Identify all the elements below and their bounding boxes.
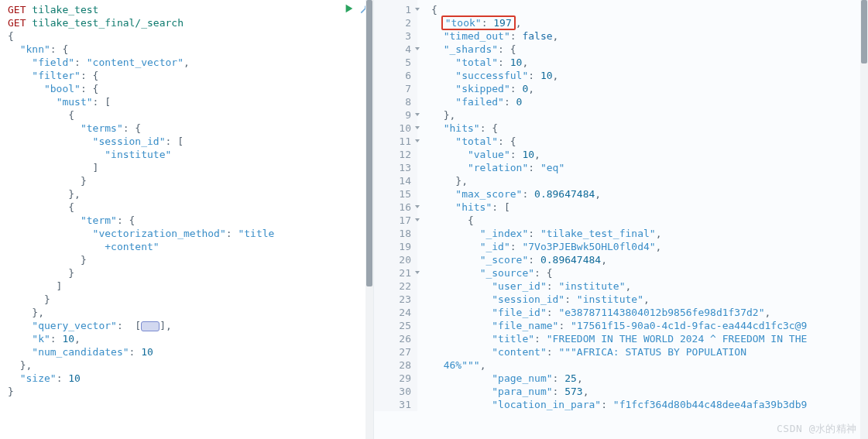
line-number[interactable]: 24 <box>374 306 411 319</box>
code-line[interactable]: "bool": { <box>8 82 373 95</box>
code-line[interactable]: "hits": [ <box>431 201 807 214</box>
scroll-thumb[interactable] <box>366 0 372 286</box>
line-number[interactable]: 1 <box>374 3 411 16</box>
line-number[interactable]: 2 <box>374 16 411 29</box>
code-line[interactable]: ] <box>8 280 373 293</box>
code-line[interactable]: "skipped": 0, <box>431 82 807 95</box>
line-number[interactable]: 8 <box>374 95 411 108</box>
code-line[interactable]: "_shards": { <box>431 43 807 56</box>
code-line[interactable]: } <box>8 385 373 398</box>
line-number[interactable]: 18 <box>374 227 411 240</box>
code-line[interactable]: "value": 10, <box>431 148 807 161</box>
line-number[interactable]: 9 <box>374 108 411 122</box>
line-number[interactable]: 12 <box>374 148 411 161</box>
line-number[interactable]: 16 <box>374 201 411 214</box>
line-number[interactable]: 26 <box>374 332 411 345</box>
response-viewer[interactable]: { "took": 197, "timed_out": false, "_sha… <box>417 0 807 411</box>
code-line[interactable]: "max_score": 0.89647484, <box>431 187 807 201</box>
code-line[interactable]: "timed_out": false, <box>431 29 807 43</box>
line-number[interactable]: 23 <box>374 293 411 306</box>
code-line[interactable]: "_id": "7Vo3PJEBwk5OHL0fl0d4", <box>431 240 807 253</box>
code-line[interactable]: "_score": 0.89647484, <box>431 253 807 266</box>
code-line[interactable]: "content": """AFRICA: STATUS BY POPULATI… <box>431 345 807 358</box>
code-line[interactable]: "session_id": [ <box>8 135 373 148</box>
code-line[interactable]: }, <box>431 108 807 122</box>
code-line[interactable]: GET tilake_test <box>8 3 373 16</box>
code-line[interactable]: "hits": { <box>431 122 807 135</box>
play-icon[interactable] <box>344 3 355 14</box>
code-line[interactable]: "filter": { <box>8 69 373 82</box>
code-line[interactable]: "must": [ <box>8 95 373 108</box>
code-line[interactable]: ] <box>8 161 373 174</box>
code-line[interactable]: } <box>8 293 373 306</box>
code-line[interactable]: { <box>431 3 807 16</box>
code-line[interactable]: "user_id": "institute", <box>431 280 807 293</box>
line-number[interactable]: 15 <box>374 187 411 201</box>
code-line[interactable]: "para_num": 573, <box>431 385 807 398</box>
scrollbar-right[interactable] <box>860 0 868 439</box>
code-line[interactable]: "terms": { <box>8 122 373 135</box>
scroll-thumb[interactable] <box>861 0 867 63</box>
line-number[interactable]: 3 <box>374 29 411 43</box>
line-number[interactable]: 25 <box>374 319 411 332</box>
code-line[interactable]: { <box>8 201 373 214</box>
line-number[interactable]: 20 <box>374 253 411 266</box>
line-number[interactable]: 10 <box>374 122 411 135</box>
code-line[interactable]: 46%""", <box>431 358 807 372</box>
line-number[interactable]: 6 <box>374 69 411 82</box>
code-line[interactable]: }, <box>8 187 373 201</box>
line-number[interactable]: 30 <box>374 385 411 398</box>
line-number[interactable]: 14 <box>374 174 411 187</box>
line-number[interactable]: 17 <box>374 214 411 227</box>
collapsed-array[interactable] <box>141 321 160 331</box>
code-line[interactable]: "title": "FREEDOM IN THE WORLD 2024 ^ FR… <box>431 332 807 345</box>
code-line[interactable]: GET tilake_test_final/_search <box>8 16 373 29</box>
line-number[interactable]: 13 <box>374 161 411 174</box>
code-line[interactable]: "took": 197, <box>431 16 807 29</box>
code-line[interactable]: } <box>8 253 373 266</box>
code-line[interactable]: "term": { <box>8 214 373 227</box>
line-number[interactable]: 4 <box>374 43 411 56</box>
code-line[interactable]: "knn": { <box>8 43 373 56</box>
code-line[interactable]: "location_in_para": "f1fcf364d80b44c48de… <box>431 398 807 411</box>
code-line[interactable]: } <box>8 174 373 187</box>
code-line[interactable]: "file_name": "17561f15-90a0-4c1d-9fac-ea… <box>431 319 807 332</box>
code-line[interactable]: }, <box>8 358 373 372</box>
line-number[interactable]: 31 <box>374 398 411 411</box>
code-line[interactable]: "vectorization_method": "title <box>8 227 373 240</box>
line-number[interactable]: 7 <box>374 82 411 95</box>
code-line[interactable]: "total": 10, <box>431 56 807 69</box>
code-line[interactable]: } <box>8 266 373 280</box>
code-line[interactable]: "k": 10, <box>8 332 373 345</box>
code-line[interactable]: +content" <box>8 240 373 253</box>
code-line[interactable]: "total": { <box>431 135 807 148</box>
line-number[interactable]: 29 <box>374 372 411 385</box>
code-line[interactable]: "page_num": 25, <box>431 372 807 385</box>
code-line[interactable]: "relation": "eq" <box>431 161 807 174</box>
scrollbar-left[interactable] <box>365 0 373 439</box>
code-line[interactable]: "institute" <box>8 148 373 161</box>
code-line[interactable]: }, <box>431 174 807 187</box>
request-editor[interactable]: GET tilake_testGET tilake_test_final/_se… <box>0 0 373 398</box>
line-number[interactable]: 19 <box>374 240 411 253</box>
line-number[interactable]: 21 <box>374 266 411 280</box>
code-line[interactable]: "successful": 10, <box>431 69 807 82</box>
code-line[interactable]: "query_vector": [], <box>8 319 373 332</box>
code-line[interactable]: { <box>8 29 373 43</box>
line-number[interactable]: 11 <box>374 135 411 148</box>
line-number[interactable]: 27 <box>374 345 411 358</box>
code-line[interactable]: "num_candidates": 10 <box>8 345 373 358</box>
code-line[interactable]: "_source": { <box>431 266 807 280</box>
code-line[interactable]: "failed": 0 <box>431 95 807 108</box>
code-line[interactable]: { <box>8 108 373 122</box>
code-line[interactable]: { <box>431 214 807 227</box>
line-number[interactable]: 28 <box>374 358 411 372</box>
code-line[interactable]: "field": "content_vector", <box>8 56 373 69</box>
code-line[interactable]: "session_id": "institute", <box>431 293 807 306</box>
line-number[interactable]: 22 <box>374 280 411 293</box>
code-line[interactable]: "size": 10 <box>8 372 373 385</box>
code-line[interactable]: "_index": "tilake_test_final", <box>431 227 807 240</box>
line-number[interactable]: 5 <box>374 56 411 69</box>
code-line[interactable]: }, <box>8 306 373 319</box>
code-line[interactable]: "file_id": "e387871143804012b9856fe98d1f… <box>431 306 807 319</box>
